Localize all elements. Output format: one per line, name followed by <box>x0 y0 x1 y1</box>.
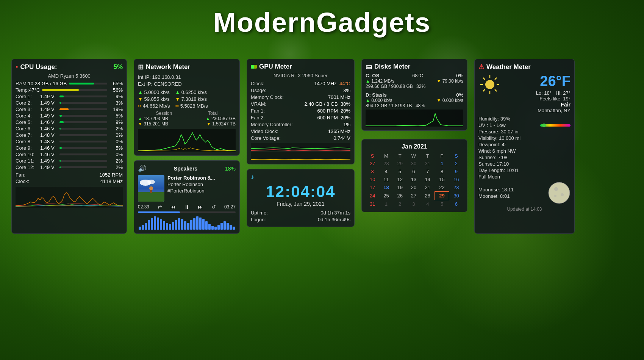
uptime-row: Uptime: 0d 1h 37m 1s <box>251 209 350 216</box>
gpu-mem-clock-row: Memory Clock: 7001 MHz <box>251 94 350 100</box>
network-title: ⊞ Network Meter <box>138 63 236 71</box>
core-6-row: Core 6: 1.46 V 2% <box>16 125 123 132</box>
warning-icon: ⚠ <box>478 63 484 71</box>
cpu-model: AMD Ryzen 5 3600 <box>16 73 123 79</box>
cal-week-4: 17 18 19 20 21 22 23 <box>366 183 463 192</box>
moon-phase <box>548 182 571 204</box>
music-note-icon: ♪ <box>251 173 254 181</box>
repeat-icon: ↺ <box>211 204 216 210</box>
prev-icon[interactable]: ⏮ <box>170 204 176 210</box>
uv-bar <box>540 124 571 127</box>
session-up-row: ▲ 18.7203 MB ▲ 230.587 GB <box>138 116 236 121</box>
session-down-row: ▼ 315.201 MB ▼ 1.59247 TB <box>138 121 236 127</box>
weather-top: 26°F Lo: 18° Hi: 27° Feels like: 19° Fai… <box>478 73 571 113</box>
weather-updated: Updated at 14:03 <box>478 207 571 212</box>
svg-point-3 <box>147 180 155 184</box>
svg-point-17 <box>549 182 570 203</box>
gpu-core-volt-row: Core Voltage: 0.744 V <box>251 135 350 141</box>
next-icon[interactable]: ⏭ <box>198 204 203 210</box>
shuffle-icon: ⇄ <box>158 204 162 210</box>
gpu-clock-row: Clock: 1470 MHz 44°C <box>251 80 350 87</box>
logon-row: Logon: 0d 1h 36m 49s <box>251 216 350 223</box>
gpu-mem-ctrl-row: Memory Controller: 1% <box>251 121 350 128</box>
core-7-row: Core 7: 1.48 V 0% <box>16 132 123 138</box>
cal-week-1: 27 28 29 30 31 1 2 <box>366 160 463 167</box>
clock-date: Friday, Jan 29, 2021 <box>251 201 350 207</box>
gpu-fan1-row: Fan 1: 600 RPM 20% <box>251 107 350 114</box>
cal-week-5: 24 25 26 27 28 29 30 <box>366 192 463 200</box>
cpu-sparkline <box>16 187 123 208</box>
cpu-widget: ▪ CPU Usage: 5% AMD Ryzen 5 3600 RAM: 10… <box>11 59 127 234</box>
svg-rect-6 <box>150 190 152 193</box>
core-11-row: Core 11: 1.49 V 2% <box>16 158 123 164</box>
album-art <box>138 175 164 202</box>
svg-line-14 <box>495 89 497 91</box>
fan-row: Fan: 1052 RPM <box>16 172 123 178</box>
gadgets-container: ▪ CPU Usage: 5% AMD Ryzen 5 3600 RAM: 10… <box>11 59 633 234</box>
core-4-row: Core 4: 1.49 V 5% <box>16 113 123 119</box>
disk-sparkline <box>366 110 463 127</box>
svg-point-19 <box>561 193 564 196</box>
gpu-model: NVIDIA RTX 2060 Super <box>251 73 350 78</box>
disk-d-section: D: Stasis 0% ▲ 0.000 kb/s ▼ 0.000 kb/s 8… <box>366 92 463 108</box>
core-8-row: Core 8: 1.48 V 0% <box>16 138 123 145</box>
music-album: Porter Robinson &... Porter Robinson #Po… <box>138 175 236 202</box>
network-sparkline <box>138 129 236 152</box>
clock-time: 12:04:04 <box>251 183 350 201</box>
music-info: Porter Robinson &... Porter Robinson #Po… <box>167 175 215 202</box>
svg-rect-0 <box>138 129 236 152</box>
weather-details: Humidity: 39% UV : 1 - Low Pressure: 30.… <box>478 116 571 204</box>
core-10-row: Core 10: 1.46 V 0% <box>16 151 123 158</box>
network-icon: ⊞ <box>138 63 144 71</box>
speaker-icon: 🔊 <box>138 164 146 173</box>
transfer-rows: ▲ 5.0000 kb/s ▲ 0.6250 kb/s ▼ 59.055 kb/… <box>138 89 236 109</box>
gpu-vram-row: VRAM: 2.40 GB / 8 GB 30% <box>251 100 350 107</box>
sun-icon <box>478 73 501 96</box>
svg-line-15 <box>495 78 497 80</box>
music-widget: 🔊 Speakers 18% <box>134 160 240 234</box>
core-3-row: Core 3: 1.49 V 19% <box>16 106 123 113</box>
disks-widget: 🖴 Disks Meter C: OS 68°C 0% ▲ 1.242 MB/s… <box>361 59 467 131</box>
moon-container: Moonrise: 18:11 Moonset: 8:01 <box>478 182 571 204</box>
calendar-header-row: S M T W T F S <box>366 152 463 160</box>
calendar-widget: Jan 2021 S M T W T F S 27 <box>361 139 467 212</box>
clock-widget: ♪ 12:04:04 Friday, Jan 29, 2021 Uptime: … <box>247 169 355 227</box>
temp-row: Temp: 47°C 56% <box>16 87 123 93</box>
session-header: Session Total <box>138 111 236 116</box>
gpu-fan2-row: Fan 2: 600 RPM 20% <box>251 114 350 121</box>
int-ip-row: Int IP: 192.168.0.31 <box>138 74 236 80</box>
svg-point-8 <box>485 80 494 89</box>
svg-line-13 <box>483 78 485 80</box>
music-progress-bar[interactable] <box>138 211 236 213</box>
svg-point-20 <box>554 195 556 197</box>
svg-rect-7 <box>366 110 463 127</box>
svg-rect-4 <box>138 192 164 202</box>
gpu-title: GPU Meter <box>251 63 350 70</box>
weather-widget: ⚠ Weather Meter 26°F Lo: 18° Hi: 27° <box>474 59 575 234</box>
core-1-row: Core 1: 1.49 V 9% <box>16 93 123 100</box>
ext-ip-row: Ext IP: CENSORED <box>138 80 236 87</box>
disk-c-section: C: OS 68°C 0% ▲ 1.242 MB/s ▼ 79.00 kb/s … <box>366 73 463 89</box>
clock-header: ♪ <box>251 173 350 181</box>
cal-week-2: 3 4 5 6 7 8 9 <box>366 167 463 175</box>
disk-icon: 🖴 <box>366 63 372 70</box>
cpu-icon: ▪ <box>16 63 18 71</box>
gpu-icon <box>251 65 257 69</box>
pause-icon[interactable]: ⏸ <box>184 204 189 210</box>
core-5-row: Core 5: 1.46 V 9% <box>16 119 123 125</box>
gpu-sparklines <box>251 143 350 160</box>
svg-point-5 <box>149 186 153 190</box>
cal-week-3: 10 11 12 13 14 15 16 <box>366 175 463 183</box>
cpu-title: ▪ CPU Usage: 5% <box>16 63 123 71</box>
ram-row: RAM: 10.28 GB / 16 GB 65% <box>16 80 123 87</box>
clock-row: Clock: 4118 MHz <box>16 178 123 185</box>
gpu-widget: GPU Meter NVIDIA RTX 2060 Super Clock: 1… <box>247 59 355 164</box>
gpu-video-clk-row: Video Clock: 1365 MHz <box>251 128 350 135</box>
app-title: ModernGadgets <box>0 7 644 38</box>
weather-main-info: 26°F Lo: 18° Hi: 27° Feels like: 19° Fai… <box>536 73 571 113</box>
core-9-row: Core 9: 1.46 V 5% <box>16 145 123 151</box>
cal-week-6: 31 1 2 3 4 5 6 <box>366 200 463 208</box>
calendar-title: Jan 2021 <box>366 143 463 150</box>
music-header: 🔊 Speakers 18% <box>138 164 236 173</box>
calendar-grid: S M T W T F S 27 28 29 30 31 <box>366 152 463 208</box>
